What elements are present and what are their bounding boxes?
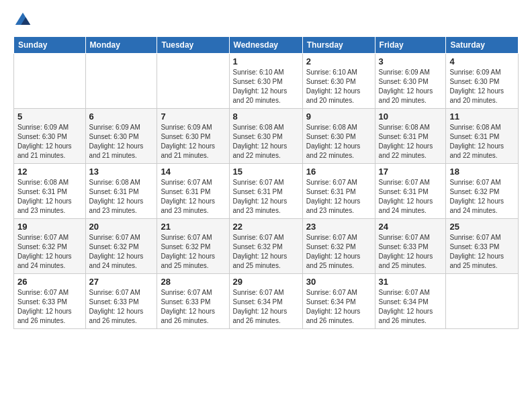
weekday-header: Thursday [302,37,375,54]
day-number: 6 [89,111,154,122]
calendar-cell: 24Sunrise: 6:07 AMSunset: 6:33 PMDayligh… [375,219,446,274]
calendar-cell: 15Sunrise: 6:07 AMSunset: 6:31 PMDayligh… [229,164,302,219]
day-info: Sunrise: 6:07 AMSunset: 6:33 PMDaylight:… [379,233,443,271]
calendar-week-row: 19Sunrise: 6:07 AMSunset: 6:32 PMDayligh… [14,219,519,274]
day-info: Sunrise: 6:07 AMSunset: 6:32 PMDaylight:… [161,233,225,271]
day-info: Sunrise: 6:07 AMSunset: 6:33 PMDaylight:… [89,288,154,326]
day-info: Sunrise: 6:08 AMSunset: 6:31 PMDaylight:… [449,123,515,161]
weekday-header: Saturday [446,37,519,54]
day-info: Sunrise: 6:10 AMSunset: 6:30 PMDaylight:… [306,68,371,105]
day-number: 5 [17,111,82,122]
calendar-cell: 21Sunrise: 6:07 AMSunset: 6:32 PMDayligh… [157,219,229,274]
day-number: 19 [17,222,82,232]
calendar-cell: 11Sunrise: 6:08 AMSunset: 6:31 PMDayligh… [446,109,519,164]
calendar-cell [85,54,157,109]
day-info: Sunrise: 6:07 AMSunset: 6:34 PMDaylight:… [306,288,371,326]
day-info: Sunrise: 6:08 AMSunset: 6:30 PMDaylight:… [233,123,299,161]
calendar-cell: 16Sunrise: 6:07 AMSunset: 6:31 PMDayligh… [302,164,375,219]
calendar-cell: 31Sunrise: 6:07 AMSunset: 6:34 PMDayligh… [375,274,446,329]
day-info: Sunrise: 6:09 AMSunset: 6:30 PMDaylight:… [161,123,225,161]
day-number: 22 [233,222,299,232]
day-number: 26 [17,277,82,287]
calendar-cell: 26Sunrise: 6:07 AMSunset: 6:33 PMDayligh… [14,274,86,329]
calendar-week-row: 5Sunrise: 6:09 AMSunset: 6:30 PMDaylight… [14,109,519,164]
day-number: 17 [379,167,443,177]
calendar-week-row: 26Sunrise: 6:07 AMSunset: 6:33 PMDayligh… [14,274,519,329]
day-info: Sunrise: 6:08 AMSunset: 6:31 PMDaylight:… [379,123,443,161]
day-info: Sunrise: 6:10 AMSunset: 6:30 PMDaylight:… [233,68,299,105]
day-number: 1 [233,56,299,66]
day-info: Sunrise: 6:07 AMSunset: 6:33 PMDaylight:… [449,233,515,271]
header [13,11,519,30]
calendar-cell: 23Sunrise: 6:07 AMSunset: 6:32 PMDayligh… [302,219,375,274]
day-info: Sunrise: 6:07 AMSunset: 6:34 PMDaylight:… [233,288,299,326]
day-info: Sunrise: 6:07 AMSunset: 6:33 PMDaylight:… [17,288,82,326]
calendar-cell: 3Sunrise: 6:09 AMSunset: 6:30 PMDaylight… [375,54,446,109]
calendar: SundayMondayTuesdayWednesdayThursdayFrid… [13,36,519,329]
calendar-cell [157,54,229,109]
calendar-cell: 27Sunrise: 6:07 AMSunset: 6:33 PMDayligh… [85,274,157,329]
day-info: Sunrise: 6:07 AMSunset: 6:32 PMDaylight:… [449,178,515,216]
day-number: 8 [233,111,299,122]
calendar-cell: 19Sunrise: 6:07 AMSunset: 6:32 PMDayligh… [14,219,86,274]
calendar-cell: 10Sunrise: 6:08 AMSunset: 6:31 PMDayligh… [375,109,446,164]
day-number: 30 [306,277,371,287]
calendar-week-row: 12Sunrise: 6:08 AMSunset: 6:31 PMDayligh… [14,164,519,219]
day-info: Sunrise: 6:07 AMSunset: 6:32 PMDaylight:… [17,233,82,271]
day-number: 12 [17,167,82,177]
day-info: Sunrise: 6:07 AMSunset: 6:32 PMDaylight:… [89,233,154,271]
calendar-cell: 28Sunrise: 6:07 AMSunset: 6:33 PMDayligh… [157,274,229,329]
day-number: 16 [306,167,371,177]
day-number: 9 [306,111,371,122]
day-info: Sunrise: 6:09 AMSunset: 6:30 PMDaylight:… [379,68,443,105]
day-number: 25 [449,222,515,232]
day-number: 18 [449,167,515,177]
calendar-cell: 17Sunrise: 6:07 AMSunset: 6:31 PMDayligh… [375,164,446,219]
weekday-header: Friday [375,37,446,54]
day-number: 4 [449,56,515,66]
day-info: Sunrise: 6:09 AMSunset: 6:30 PMDaylight:… [17,123,82,161]
day-number: 3 [379,56,443,66]
day-info: Sunrise: 6:08 AMSunset: 6:31 PMDaylight:… [17,178,82,216]
logo-icon [13,11,32,30]
weekday-header: Sunday [14,37,86,54]
day-number: 24 [379,222,443,232]
day-number: 14 [161,167,225,177]
day-number: 11 [449,111,515,122]
day-number: 15 [233,167,299,177]
day-info: Sunrise: 6:07 AMSunset: 6:33 PMDaylight:… [161,288,225,326]
calendar-cell: 29Sunrise: 6:07 AMSunset: 6:34 PMDayligh… [229,274,302,329]
calendar-cell: 1Sunrise: 6:10 AMSunset: 6:30 PMDaylight… [229,54,302,109]
calendar-cell: 4Sunrise: 6:09 AMSunset: 6:30 PMDaylight… [446,54,519,109]
day-number: 27 [89,277,154,287]
day-info: Sunrise: 6:07 AMSunset: 6:34 PMDaylight:… [379,288,443,326]
calendar-cell: 2Sunrise: 6:10 AMSunset: 6:30 PMDaylight… [302,54,375,109]
day-number: 28 [161,277,225,287]
day-number: 13 [89,167,154,177]
day-info: Sunrise: 6:07 AMSunset: 6:31 PMDaylight:… [161,178,225,216]
logo [13,11,35,30]
calendar-cell: 6Sunrise: 6:09 AMSunset: 6:30 PMDaylight… [85,109,157,164]
day-number: 10 [379,111,443,122]
calendar-cell: 9Sunrise: 6:08 AMSunset: 6:30 PMDaylight… [302,109,375,164]
weekday-header-row: SundayMondayTuesdayWednesdayThursdayFrid… [14,37,519,54]
day-info: Sunrise: 6:07 AMSunset: 6:31 PMDaylight:… [306,178,371,216]
day-info: Sunrise: 6:07 AMSunset: 6:32 PMDaylight:… [233,233,299,271]
weekday-header: Tuesday [157,37,229,54]
day-info: Sunrise: 6:09 AMSunset: 6:30 PMDaylight:… [449,68,515,105]
calendar-cell: 8Sunrise: 6:08 AMSunset: 6:30 PMDaylight… [229,109,302,164]
calendar-cell [14,54,86,109]
day-number: 7 [161,111,225,122]
calendar-cell: 12Sunrise: 6:08 AMSunset: 6:31 PMDayligh… [14,164,86,219]
day-number: 31 [379,277,443,287]
calendar-cell [446,274,519,329]
page: SundayMondayTuesdayWednesdayThursdayFrid… [0,0,532,336]
weekday-header: Wednesday [229,37,302,54]
calendar-cell: 22Sunrise: 6:07 AMSunset: 6:32 PMDayligh… [229,219,302,274]
calendar-cell: 14Sunrise: 6:07 AMSunset: 6:31 PMDayligh… [157,164,229,219]
day-number: 20 [89,222,154,232]
day-info: Sunrise: 6:07 AMSunset: 6:32 PMDaylight:… [306,233,371,271]
day-info: Sunrise: 6:09 AMSunset: 6:30 PMDaylight:… [89,123,154,161]
calendar-cell: 5Sunrise: 6:09 AMSunset: 6:30 PMDaylight… [14,109,86,164]
calendar-cell: 25Sunrise: 6:07 AMSunset: 6:33 PMDayligh… [446,219,519,274]
